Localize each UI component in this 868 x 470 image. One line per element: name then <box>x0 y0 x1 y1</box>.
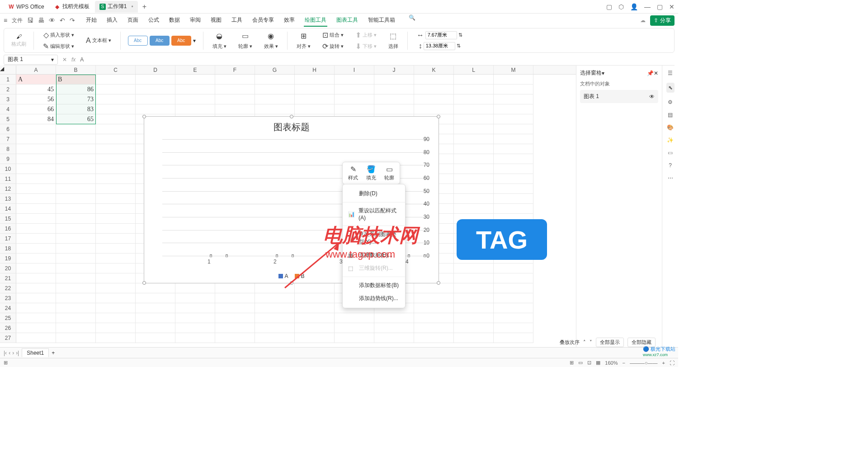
row-header[interactable]: 4 <box>0 104 16 114</box>
cell[interactable] <box>414 85 454 94</box>
row-header[interactable]: 2 <box>0 85 16 94</box>
cell[interactable] <box>454 174 494 184</box>
cell[interactable] <box>56 174 96 184</box>
menu-insert[interactable]: 插入 <box>106 14 118 27</box>
cell[interactable] <box>96 75 136 85</box>
cell[interactable] <box>16 154 56 164</box>
cell[interactable] <box>215 85 255 94</box>
cell[interactable] <box>255 85 295 94</box>
align-button[interactable]: ⊞ <box>299 31 308 41</box>
cell[interactable] <box>16 134 56 144</box>
chart-legend[interactable]: A B <box>278 273 304 279</box>
cell[interactable] <box>494 144 533 154</box>
cell[interactable] <box>255 283 295 293</box>
cell[interactable] <box>96 194 136 204</box>
row-header[interactable]: 27 <box>0 333 16 343</box>
column-header[interactable]: B <box>56 66 96 74</box>
cell[interactable] <box>16 144 56 154</box>
menu-efficiency[interactable]: 效率 <box>283 14 296 27</box>
cell[interactable] <box>414 104 454 114</box>
cell[interactable] <box>175 303 215 313</box>
cell[interactable] <box>16 194 56 204</box>
cell[interactable] <box>414 75 454 85</box>
cell[interactable] <box>255 313 295 323</box>
up-icon[interactable]: ˄ <box>583 339 586 345</box>
resize-handle[interactable] <box>290 115 293 118</box>
cell[interactable] <box>175 104 215 114</box>
cell[interactable] <box>56 323 96 333</box>
row-header[interactable]: 19 <box>0 254 16 263</box>
cell[interactable] <box>215 75 255 85</box>
cell[interactable] <box>295 333 335 343</box>
cell[interactable] <box>494 134 533 144</box>
first-icon[interactable]: |‹ <box>4 350 7 356</box>
zoom-out-icon[interactable]: − <box>622 360 625 366</box>
stepper-icon[interactable]: ⇅ <box>458 32 462 38</box>
column-header[interactable]: F <box>215 66 255 74</box>
cell[interactable] <box>454 144 494 154</box>
cell[interactable] <box>255 104 295 114</box>
cloud-icon[interactable]: ☁ <box>640 17 646 24</box>
cell[interactable] <box>454 124 494 134</box>
cell[interactable] <box>374 104 414 114</box>
cell[interactable] <box>96 313 136 323</box>
row-header[interactable]: 8 <box>0 144 16 154</box>
avatar-icon[interactable]: 👤 <box>630 3 638 10</box>
sheet-tab[interactable]: Sheet1 <box>22 348 49 357</box>
row-header[interactable]: 1 <box>0 75 16 85</box>
eye-icon[interactable]: 👁 <box>649 94 655 100</box>
cell[interactable] <box>454 263 494 273</box>
cell[interactable] <box>136 85 175 94</box>
cell[interactable] <box>16 273 56 283</box>
cell[interactable] <box>454 204 494 214</box>
cell[interactable] <box>215 293 255 303</box>
settings-icon[interactable]: ⚙ <box>668 99 673 105</box>
cell[interactable] <box>96 154 136 164</box>
cell[interactable] <box>454 134 494 144</box>
cell[interactable] <box>494 124 533 134</box>
pin-icon[interactable]: 📌 <box>647 70 654 76</box>
save-icon[interactable]: 🖫 <box>27 17 33 24</box>
cell[interactable] <box>335 333 374 343</box>
zoom-in-icon[interactable]: + <box>662 360 665 366</box>
mini-style-button[interactable]: ✎样式 <box>344 164 362 182</box>
format-brush-icon[interactable]: 🖌 <box>16 33 22 40</box>
cell[interactable] <box>96 303 136 313</box>
minimize-button[interactable]: — <box>644 3 651 10</box>
cell[interactable] <box>56 283 96 293</box>
cell[interactable] <box>16 313 56 323</box>
rotate-button[interactable]: ⟳旋转▾ <box>321 41 345 52</box>
cell[interactable] <box>255 293 295 303</box>
cell[interactable] <box>136 283 175 293</box>
cell[interactable] <box>295 104 335 114</box>
cell[interactable] <box>16 323 56 333</box>
cell[interactable] <box>255 303 295 313</box>
cell[interactable] <box>96 214 136 224</box>
cell[interactable] <box>175 75 215 85</box>
height-field[interactable]: ↕⇅ <box>417 41 462 51</box>
cell[interactable]: 45 <box>16 85 56 94</box>
row-header[interactable]: 17 <box>0 234 16 244</box>
cell[interactable] <box>16 174 56 184</box>
cancel-icon[interactable]: ✕ <box>62 56 67 63</box>
cell[interactable] <box>16 224 56 234</box>
cell[interactable] <box>56 154 96 164</box>
cell[interactable] <box>56 204 96 214</box>
cell[interactable] <box>136 333 175 343</box>
cell[interactable] <box>96 333 136 343</box>
cell[interactable] <box>16 263 56 273</box>
menu-page[interactable]: 页面 <box>127 14 139 27</box>
height-input[interactable] <box>424 42 455 50</box>
cell[interactable] <box>454 184 494 194</box>
fill-button[interactable]: ◒ <box>214 31 224 41</box>
row-header[interactable]: 22 <box>0 283 16 293</box>
shape-style-gallery[interactable]: Abc Abc Abc ▾ <box>125 36 198 46</box>
mini-outline-button[interactable]: ▭轮廓 <box>381 164 398 182</box>
cell[interactable] <box>96 204 136 214</box>
cell[interactable] <box>56 263 96 273</box>
edit-shape-button[interactable]: ✎编辑形状▾ <box>41 41 76 52</box>
shape-preset-2[interactable]: Abc <box>150 36 170 46</box>
cell[interactable] <box>56 234 96 244</box>
cell[interactable] <box>335 104 374 114</box>
share-button[interactable]: ⇪ 分享 <box>650 15 675 26</box>
